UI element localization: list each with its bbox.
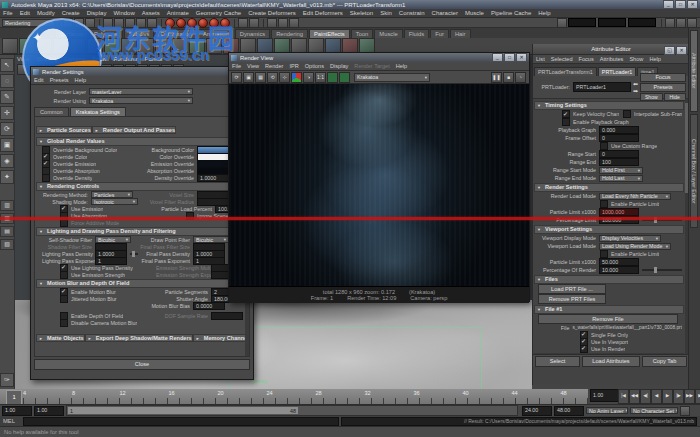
menu-item[interactable]: Edit [34, 77, 44, 83]
auto-keyframe-icon[interactable] [680, 406, 690, 416]
character-set-dropdown[interactable]: No Character Set▾ [630, 407, 678, 414]
panel-menu-item[interactable]: Lighting [65, 56, 85, 62]
menu-item[interactable]: Skeleton [350, 10, 373, 16]
step-forward-frame-icon[interactable]: ▶▶ [684, 389, 695, 404]
render-settings-titlebar[interactable]: Render Settings ✕ [31, 67, 253, 76]
shelf-icon[interactable] [70, 38, 86, 54]
shelf-icon[interactable] [53, 38, 69, 54]
frame-offset-field[interactable]: 0 [599, 134, 639, 142]
panel-menu-item[interactable]: Panels [145, 56, 163, 62]
use-emission-strength-checkbox[interactable] [60, 271, 68, 279]
maximize-button[interactable]: □ [675, 0, 686, 9]
panel-menu-item[interactable]: Renderer [114, 56, 138, 62]
scene-open-icon[interactable] [74, 18, 84, 28]
menu-item[interactable]: Modify [37, 10, 55, 16]
range-start-mode-dropdown[interactable]: Hold First▾ [599, 167, 643, 174]
menu-set-dropdown[interactable]: Rendering ▾ [2, 19, 56, 27]
close-icon[interactable]: ✕ [676, 46, 687, 55]
step-forward-key-icon[interactable]: |▶ [673, 389, 684, 404]
menu-item[interactable]: Focus [579, 56, 594, 62]
viewport-display-mode-dropdown[interactable]: Display Velocities▾ [599, 235, 661, 242]
construction-icon[interactable] [249, 18, 259, 28]
use-custom-range-checkbox[interactable] [600, 142, 608, 150]
ipr-render-icon[interactable] [278, 18, 288, 28]
percentage-of-render-slider[interactable] [642, 269, 682, 271]
select-tool-icon[interactable]: ↖ [0, 58, 14, 72]
menu-item[interactable]: Animate [167, 10, 189, 16]
rename-field[interactable] [598, 18, 626, 27]
section-header[interactable]: Render Output And Passes [92, 126, 176, 134]
menu-item[interactable]: Geometry Cache [196, 10, 241, 16]
menu-item[interactable]: Muscle [465, 10, 484, 16]
select-button[interactable]: Select [535, 356, 580, 367]
selection-mask-icon[interactable] [136, 18, 146, 28]
section-header[interactable]: Memory Channels [193, 334, 250, 342]
menu-item[interactable]: Create [62, 10, 80, 16]
menu-item[interactable]: Presets [50, 77, 69, 83]
render-layer-dropdown[interactable]: masterLayer ▾ [89, 88, 193, 95]
render-view-titlebar[interactable]: Render View _ □ ✕ [229, 53, 529, 62]
current-frame-marker[interactable]: 1 [6, 390, 22, 404]
panel-menu-item[interactable]: Shading [36, 56, 57, 62]
shelf-icon[interactable] [206, 38, 222, 54]
shelf-tab[interactable]: Rendering [271, 29, 308, 38]
go-to-end-icon[interactable]: ▶| [695, 389, 700, 404]
menu-item[interactable]: Window [113, 10, 134, 16]
menu-item[interactable]: Render Target [354, 63, 389, 69]
range-start-field[interactable]: 0 [599, 150, 639, 158]
interpolate-subframes-checkbox[interactable] [623, 110, 631, 118]
rendered-image[interactable] [229, 84, 529, 287]
step-back-frame-icon[interactable]: ◀◀ [629, 389, 640, 404]
menu-item[interactable]: Display [87, 10, 107, 16]
go-to-start-icon[interactable]: |◀ [618, 389, 629, 404]
shelf-tab[interactable]: PaintEffects [309, 29, 350, 38]
maximize-button[interactable]: □ [504, 53, 515, 62]
tab-krakatoa-settings[interactable]: Krakatoa Settings [70, 107, 126, 116]
show-toolsettings-icon[interactable] [687, 18, 697, 28]
menu-item[interactable]: Skin [380, 10, 392, 16]
menu-item[interactable]: Constrain [399, 10, 425, 16]
command-line-mode[interactable]: MEL [3, 418, 23, 424]
snap-toggle-icon[interactable] [220, 18, 230, 28]
rgb-channels-icon[interactable] [291, 72, 302, 83]
ipr-refresh-icon[interactable]: ⟲ [267, 72, 278, 83]
render-using-dropdown[interactable]: Krakatoa ▾ [89, 97, 193, 104]
snapshot-icon[interactable]: ▦ [255, 72, 266, 83]
shelf-icon[interactable] [36, 38, 52, 54]
percentage-of-render-field[interactable]: 10.000 [599, 266, 639, 274]
menu-item[interactable]: Create Deformers [248, 10, 296, 16]
panel-toolbar-icon[interactable] [17, 64, 28, 75]
menu-item[interactable]: Edit Deformers [303, 10, 343, 16]
color-management-icon[interactable] [339, 72, 350, 83]
play-backwards-icon[interactable]: ◀ [651, 389, 662, 404]
menu-item[interactable]: Attributes [600, 56, 624, 62]
remove-prt-files-button[interactable]: Remove PRT Files [538, 294, 606, 304]
snap-to-grids-icon[interactable] [165, 18, 175, 28]
rotate-tool-icon[interactable]: ⟳ [0, 122, 14, 136]
remove-file-button[interactable]: Remove File [538, 314, 678, 324]
quick-select-field[interactable] [568, 18, 596, 27]
shelf-icon[interactable] [104, 38, 120, 54]
menu-item[interactable]: View [247, 63, 259, 69]
use-in-render-checkbox[interactable] [580, 345, 588, 353]
numeric-input-field[interactable] [628, 18, 656, 27]
shelf-icon[interactable] [138, 38, 154, 54]
close-button[interactable]: ✕ [687, 0, 698, 9]
tab-common[interactable]: Common [34, 107, 69, 116]
section-header[interactable]: Matte Objects [36, 334, 85, 342]
section-header[interactable]: File #2 [534, 353, 684, 354]
attribute-editor-title[interactable]: Attribute Editor ◱✕ [533, 44, 689, 55]
render-settings-icon[interactable] [289, 18, 299, 28]
load-attributes-button[interactable]: Load Attributes [582, 356, 640, 367]
section-header[interactable]: Files [534, 275, 684, 284]
close-button[interactable]: Close [34, 359, 250, 370]
one-to-one-icon[interactable]: 1:1 [315, 72, 326, 83]
arrow-right-icon[interactable]: ➡ [633, 87, 638, 94]
paint-select-tool-icon[interactable]: ✎ [0, 90, 14, 104]
keep-velocity-checkbox[interactable] [562, 110, 570, 118]
renderer-dropdown[interactable]: Krakatoa ▾ [354, 73, 430, 82]
tab-prtloader1[interactable]: PRTLoader1 [598, 67, 636, 76]
menu-item[interactable]: Render [265, 63, 283, 69]
section-header[interactable]: Export Deep Shadow/Matte Renders [85, 334, 193, 342]
menu-item[interactable]: File [232, 63, 241, 69]
